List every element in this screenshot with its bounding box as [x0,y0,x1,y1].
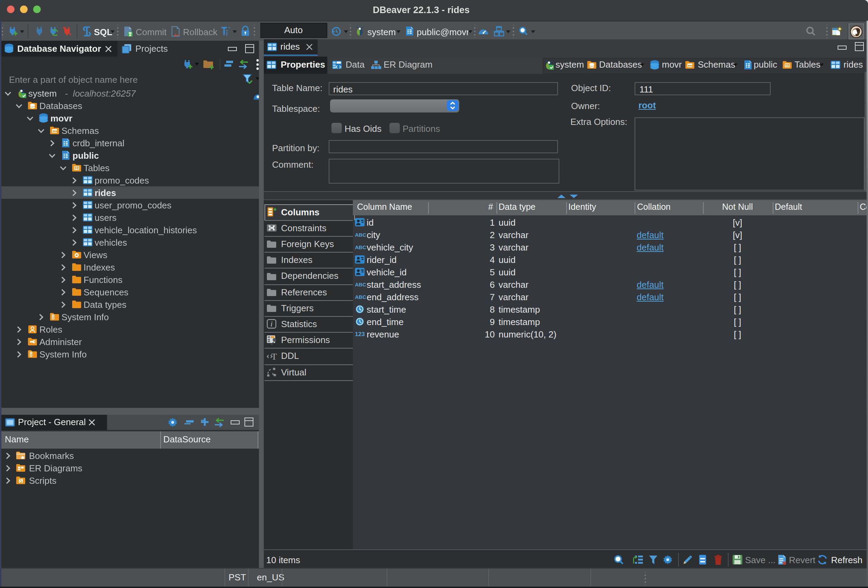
svg-text:ABC: ABC [355,244,366,250]
svg-text:ABC: ABC [355,232,366,238]
svg-text:T: T [272,351,277,361]
svg-text:i: i [270,320,272,328]
svg-text:ABC: ABC [355,294,366,300]
svg-text:123: 123 [355,331,365,337]
svg-text:ABC: ABC [355,281,366,287]
